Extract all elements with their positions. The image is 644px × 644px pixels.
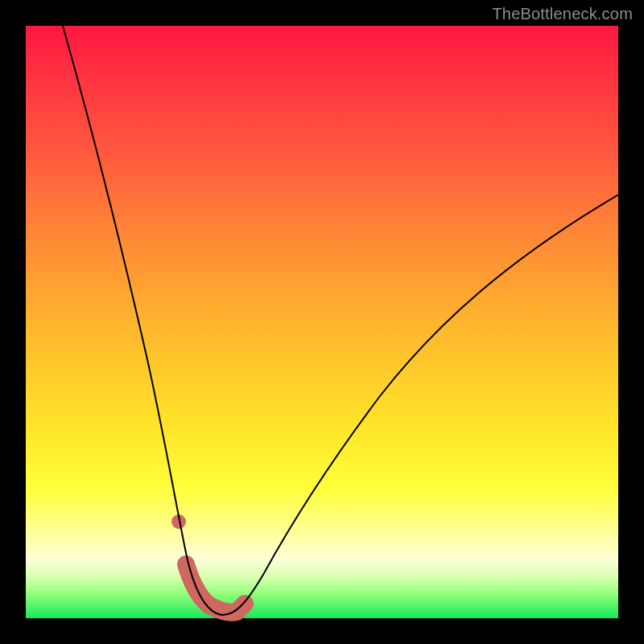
bottleneck-curve bbox=[63, 26, 618, 615]
chart-frame: TheBottleneck.com bbox=[0, 0, 644, 644]
curve-layer bbox=[26, 26, 618, 618]
watermark-text: TheBottleneck.com bbox=[492, 5, 633, 23]
plot-area bbox=[26, 26, 618, 618]
optimal-range-curve bbox=[186, 564, 245, 613]
